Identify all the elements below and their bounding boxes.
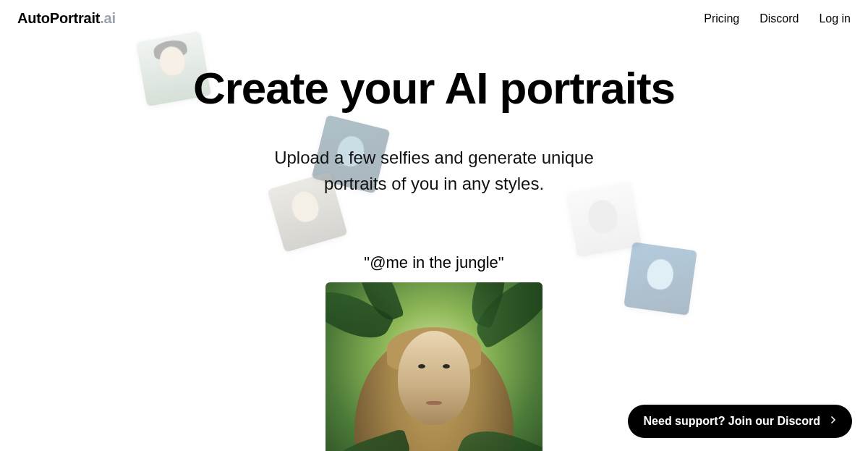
hero-subtitle: Upload a few selfies and generate unique… xyxy=(0,145,868,197)
support-label: Need support? Join our Discord xyxy=(644,415,820,428)
support-discord-button[interactable]: Need support? Join our Discord xyxy=(628,405,852,438)
brand-logo[interactable]: AutoPortrait.ai xyxy=(17,10,116,27)
hero-subtitle-line2: portraits of you in any styles. xyxy=(324,174,544,193)
hero-title: Create your AI portraits xyxy=(0,64,868,111)
hero-section: Create your AI portraits Upload a few se… xyxy=(0,37,868,451)
hero-image xyxy=(326,282,542,451)
brand-name: AutoPortrait xyxy=(17,10,100,26)
top-nav: Pricing Discord Log in xyxy=(704,12,851,25)
nav-pricing[interactable]: Pricing xyxy=(704,12,739,25)
brand-suffix: .ai xyxy=(100,10,116,26)
example-prompt: "@me in the jungle" xyxy=(0,253,868,272)
nav-login[interactable]: Log in xyxy=(819,12,851,25)
chevron-right-icon xyxy=(827,414,839,429)
nav-discord[interactable]: Discord xyxy=(760,12,799,25)
site-header: AutoPortrait.ai Pricing Discord Log in xyxy=(0,0,868,37)
hero-subtitle-line1: Upload a few selfies and generate unique xyxy=(274,148,594,167)
